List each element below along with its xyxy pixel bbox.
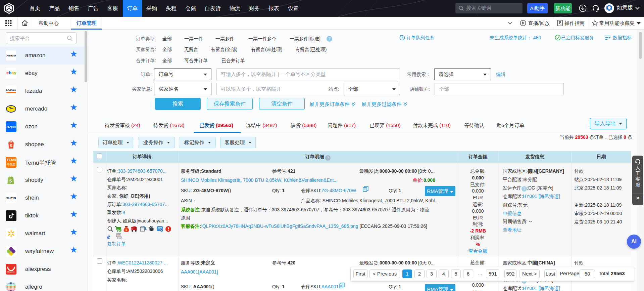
svg-text:S: S bbox=[10, 143, 12, 148]
svg-text:e: e bbox=[107, 233, 110, 240]
svg-text:$: $ bbox=[126, 228, 127, 232]
svg-text:ECCANG: ECCANG bbox=[607, 9, 612, 11]
svg-text:S: S bbox=[9, 178, 12, 183]
